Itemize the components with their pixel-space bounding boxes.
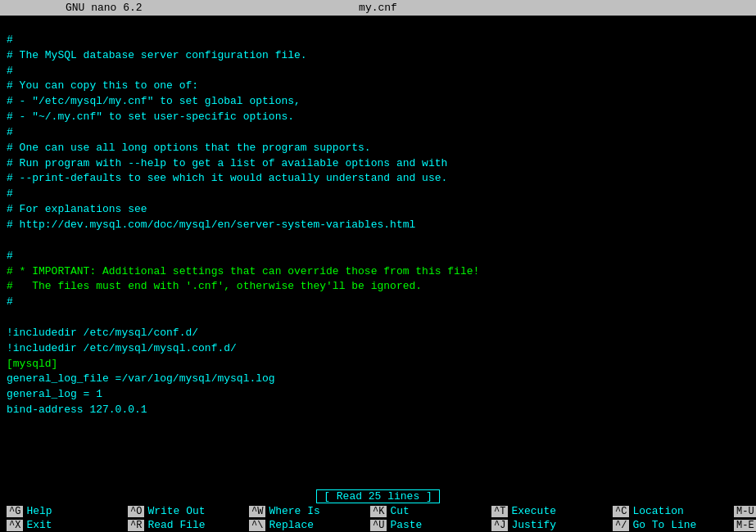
shortcut-key: ^U	[370, 520, 387, 531]
shortcut-item[interactable]: ^KCut	[370, 505, 485, 517]
shortcut-label: Execute	[511, 505, 556, 517]
shortcut-key: ^/	[613, 520, 629, 531]
shortcut-item[interactable]: M-UUndo	[734, 505, 756, 517]
shortcut-key: ^K	[370, 506, 387, 517]
editor-line: #	[7, 33, 749, 48]
editor-line: general_log_file =/var/log/mysql/mysql.l…	[7, 372, 749, 387]
shortcut-item[interactable]: ^XExit	[7, 519, 121, 531]
shortcut-key: ^G	[7, 506, 23, 517]
shortcut-label: Read File	[147, 519, 205, 531]
shortcut-key: ^T	[491, 506, 508, 517]
shortcut-label: Exit	[26, 519, 52, 531]
shortcut-key: M-E	[734, 520, 756, 531]
shortcut-label: Write Out	[147, 505, 205, 517]
shortcut-item[interactable]: ^CLocation	[613, 505, 727, 517]
editor-line: !includedir /etc/mysql/conf.d/	[7, 326, 749, 341]
shortcut-label: Go To Line	[632, 519, 696, 531]
shortcut-row-1: ^GHelp^OWrite Out^WWhere Is^KCut^TExecut…	[0, 504, 756, 518]
shortcut-label: Justify	[511, 519, 556, 531]
shortcut-label: Replace	[269, 519, 314, 531]
editor-line: !includedir /etc/mysql/mysql.conf.d/	[7, 341, 749, 357]
file-name: my.cnf	[359, 2, 397, 14]
editor-line: # http://dev.mysql.com/doc/mysql/en/serv…	[7, 218, 749, 233]
editor-area[interactable]: ## The MySQL database server configurati…	[0, 16, 756, 489]
editor-line: #	[7, 64, 749, 79]
editor-line: # You can copy this to one of:	[7, 79, 749, 94]
editor-line	[7, 233, 749, 249]
shortcut-item[interactable]: ^JJustify	[491, 519, 606, 531]
shortcut-label: Paste	[390, 519, 422, 531]
shortcut-bar: ^GHelp^OWrite Out^WWhere Is^KCut^TExecut…	[0, 504, 756, 532]
shortcut-item[interactable]: ^WWhere Is	[249, 505, 364, 517]
shortcut-item[interactable]: ^UPaste	[370, 519, 485, 531]
editor-line	[7, 310, 749, 326]
shortcut-key: M-U	[734, 506, 756, 517]
editor-line: #	[7, 295, 749, 310]
editor-line: # The MySQL database server configuratio…	[7, 48, 749, 64]
editor-line: # One can use all long options that the …	[7, 141, 749, 156]
shortcut-item[interactable]: ^RRead File	[128, 519, 242, 531]
editor-line: # - "~/.my.cnf" to set user-specific opt…	[7, 110, 749, 125]
shortcut-key: ^W	[249, 506, 265, 517]
shortcut-label: Cut	[390, 505, 409, 517]
shortcut-row-2: ^XExit^RRead File^\Replace^UPaste^JJusti…	[0, 518, 756, 532]
shortcut-key: ^O	[128, 506, 144, 517]
editor-line: # --print-defaults to see which it would…	[7, 171, 749, 187]
editor-line: # For explanations see	[7, 202, 749, 218]
shortcut-item[interactable]: ^OWrite Out	[128, 505, 242, 517]
shortcut-item[interactable]: ^\Replace	[249, 519, 364, 531]
editor-line: # Run program with --help to get a list …	[7, 156, 749, 172]
editor-line: #	[7, 125, 749, 141]
editor-line: [mysqld]	[7, 357, 749, 372]
status-msg-box: [ Read 25 lines ]	[316, 489, 440, 503]
shortcut-item[interactable]: ^/Go To Line	[613, 519, 727, 531]
editor-line: general_log = 1	[7, 387, 749, 403]
shortcut-label: Where Is	[269, 505, 319, 517]
app-name: GNU nano 6.2	[66, 2, 143, 14]
shortcut-label: Location	[632, 505, 683, 517]
shortcut-item[interactable]: ^GHelp	[7, 505, 121, 517]
editor-line: # - "/etc/mysql/my.cnf" to set global op…	[7, 94, 749, 110]
editor-line: # The files must end with '.cnf', otherw…	[7, 279, 749, 295]
status-message: [ Read 25 lines ]	[0, 489, 756, 504]
shortcut-item[interactable]: ^TExecute	[491, 505, 606, 517]
editor-line: bind-address 127.0.0.1	[7, 403, 749, 418]
shortcut-key: ^R	[128, 520, 144, 531]
shortcut-key: ^J	[491, 520, 508, 531]
editor-line: #	[7, 187, 749, 202]
editor-line: # * IMPORTANT: Additional settings that …	[7, 264, 749, 280]
shortcut-key: ^C	[613, 506, 629, 517]
shortcut-key: ^X	[7, 520, 23, 531]
editor-line: #	[7, 249, 749, 264]
shortcut-label: Help	[26, 505, 52, 517]
shortcut-key: ^\	[249, 520, 265, 531]
shortcut-item[interactable]: M-ERedo	[734, 519, 756, 531]
title-bar: GNU nano 6.2 my.cnf	[0, 0, 756, 16]
